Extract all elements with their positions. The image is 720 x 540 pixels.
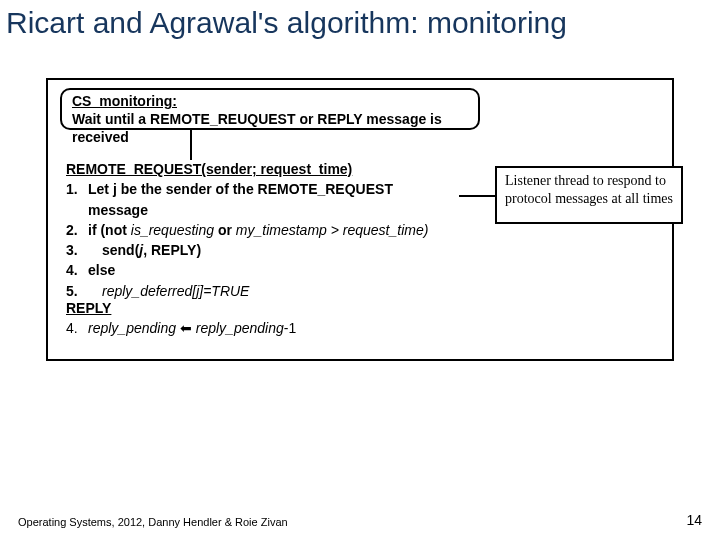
var: is_requesting [131, 222, 214, 238]
connector-line [190, 130, 192, 160]
line-text: reply_pending ⬅ reply_pending-1 [88, 318, 446, 338]
line-text: else [88, 260, 456, 280]
line-num: 1. [66, 179, 88, 220]
kw-or: or [214, 222, 236, 238]
var: reply_pending [196, 320, 284, 336]
cs-monitoring-box: CS_monitoring: Wait until a REMOTE_REUQU… [60, 88, 480, 130]
line-num: 2. [66, 220, 88, 240]
line-1: 1. Let j be the sender of the REMOTE_REQ… [66, 179, 456, 220]
reply-signature: REPLY [66, 298, 446, 318]
slide-title: Ricart and Agrawal's algorithm: monitori… [6, 6, 567, 40]
line-num: 4. [66, 318, 88, 338]
line-num: 3. [66, 240, 88, 260]
callout-note: Listener thread to respond to protocol m… [495, 166, 683, 224]
page-number: 14 [686, 512, 702, 528]
kw-if: if (not [88, 222, 131, 238]
left-arrow-icon: ⬅ [180, 320, 192, 336]
var: reply_pending [88, 320, 176, 336]
footer-text: Operating Systems, 2012, Danny Hendler &… [18, 516, 288, 528]
remote-request-block: REMOTE_REQUEST(sender; request_time) 1. … [66, 159, 456, 301]
line-2: 2. if (not is_requesting or my_timestamp… [66, 220, 456, 240]
line-text: send(j, REPLY) [88, 240, 456, 260]
text-pre: send( [102, 242, 139, 258]
line-text: if (not is_requesting or my_timestamp > … [88, 220, 456, 240]
line-3: 3. send(j, REPLY) [66, 240, 456, 260]
line-4: 4. else [66, 260, 456, 280]
reply-block: REPLY 4. reply_pending ⬅ reply_pending-1 [66, 298, 446, 339]
reply-line: 4. reply_pending ⬅ reply_pending-1 [66, 318, 446, 338]
text-post: , REPLY) [143, 242, 201, 258]
line-text: Let j be the sender of the REMOTE_REQUES… [88, 179, 456, 220]
cs-header: CS_monitoring: [72, 93, 177, 109]
remote-signature: REMOTE_REQUEST(sender; request_time) [66, 159, 456, 179]
expr: my_timestamp > request_time) [236, 222, 429, 238]
line-num: 4. [66, 260, 88, 280]
callout-line [459, 195, 495, 197]
suffix: -1 [284, 320, 296, 336]
